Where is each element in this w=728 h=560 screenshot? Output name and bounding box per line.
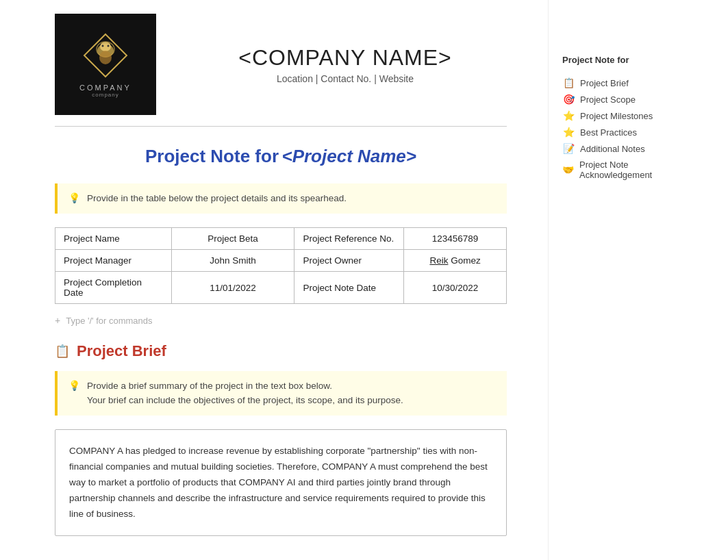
sidebar-item-label: Best Practices bbox=[580, 127, 637, 138]
section-header-brief: 📋 Project Brief bbox=[55, 342, 507, 360]
table-cell: Project Manager bbox=[55, 250, 172, 272]
svg-point-6 bbox=[108, 44, 110, 47]
header: COMPANY company <COMPANY NAME> Location … bbox=[55, 14, 507, 127]
sidebar-item-3[interactable]: ⭐Best Practices bbox=[562, 124, 692, 140]
sidebar-item-icon: 🤝 bbox=[562, 164, 574, 175]
sidebar-item-icon: ⭐ bbox=[562, 127, 575, 138]
brief-text: COMPANY A has pledged to increase revenu… bbox=[69, 446, 488, 519]
table-row: Project NameProject BetaProject Referenc… bbox=[55, 228, 507, 250]
table-cell: Project Note Date bbox=[294, 272, 404, 304]
sidebar: Project Note for 📋Project Brief🎯Project … bbox=[548, 0, 705, 560]
sidebar-item-label: Project Scope bbox=[580, 94, 636, 105]
page-title-section: Project Note for <Project Name> bbox=[55, 146, 507, 167]
company-name: <COMPANY NAME> bbox=[184, 45, 507, 71]
brief-content-box[interactable]: COMPANY A has pledged to increase revenu… bbox=[55, 429, 507, 537]
company-info: <COMPANY NAME> Location | Contact No. | … bbox=[184, 45, 507, 84]
sidebar-items-container: 📋Project Brief🎯Project Scope⭐Project Mil… bbox=[562, 75, 692, 183]
table-cell: Project Name bbox=[55, 228, 172, 250]
page-title-prefix: Project Note for bbox=[145, 146, 279, 166]
project-table: Project NameProject BetaProject Referenc… bbox=[55, 227, 507, 304]
tip-box-brief: 💡 Provide a brief summary of the project… bbox=[55, 371, 507, 416]
sidebar-item-icon: 📝 bbox=[562, 143, 575, 154]
svg-point-2 bbox=[100, 42, 111, 51]
command-plus-icon: + bbox=[55, 315, 60, 326]
table-cell: Reik Gomez bbox=[404, 250, 507, 272]
logo-box: COMPANY company bbox=[55, 14, 156, 115]
table-row: Project ManagerJohn SmithProject OwnerRe… bbox=[55, 250, 507, 272]
sidebar-item-1[interactable]: 🎯Project Scope bbox=[562, 91, 692, 107]
table-cell: Project Reference No. bbox=[294, 228, 404, 250]
tip-line-1: Provide a brief summary of the project i… bbox=[87, 379, 403, 393]
table-cell: John Smith bbox=[171, 250, 294, 272]
sidebar-item-2[interactable]: ⭐Project Milestones bbox=[562, 107, 692, 124]
sidebar-item-label: Additional Notes bbox=[580, 144, 645, 154]
logo-diamond bbox=[81, 31, 129, 79]
sidebar-item-icon: 🎯 bbox=[562, 94, 575, 105]
logo-text: COMPANY bbox=[79, 84, 131, 92]
tip-icon-1: 💡 bbox=[68, 192, 80, 203]
tip-content-1: Provide in the table below the project d… bbox=[87, 192, 347, 205]
table-cell: Project Owner bbox=[294, 250, 404, 272]
tip-box-1: 💡 Provide in the table below the project… bbox=[55, 183, 507, 214]
svg-point-5 bbox=[102, 44, 104, 47]
sidebar-item-label: Project Milestones bbox=[580, 111, 653, 121]
sidebar-item-icon: ⭐ bbox=[562, 110, 575, 121]
command-row[interactable]: + Type '/' for commands bbox=[55, 315, 507, 326]
sidebar-item-5[interactable]: 🤝Project Note Acknowledgement bbox=[562, 157, 692, 183]
sidebar-item-label: Project Note Acknowledgement bbox=[579, 160, 692, 180]
logo-subtext: company bbox=[92, 92, 118, 98]
table-cell: 11/01/2022 bbox=[171, 272, 294, 304]
table-cell: Project Completion Date bbox=[55, 272, 172, 304]
table-cell: Project Beta bbox=[171, 228, 294, 250]
svg-point-4 bbox=[99, 51, 112, 64]
section-title-brief: Project Brief bbox=[77, 342, 166, 360]
tip-line-2: Your brief can include the objectives of… bbox=[87, 394, 403, 407]
sidebar-item-icon: 📋 bbox=[562, 77, 575, 88]
sidebar-item-label: Project Brief bbox=[580, 78, 629, 88]
sidebar-item-4[interactable]: 📝Additional Notes bbox=[562, 140, 692, 157]
tip-icon-brief: 💡 bbox=[68, 380, 80, 391]
tip-content-brief: Provide a brief summary of the project i… bbox=[87, 379, 403, 407]
page-title-project-name: <Project Name> bbox=[281, 146, 416, 166]
table-cell: 123456789 bbox=[404, 228, 507, 250]
sidebar-title: Project Note for bbox=[562, 55, 692, 65]
main-content: COMPANY company <COMPANY NAME> Location … bbox=[0, 0, 548, 560]
sidebar-item-0[interactable]: 📋Project Brief bbox=[562, 75, 692, 91]
table-cell: 10/30/2022 bbox=[404, 272, 507, 304]
command-input-placeholder: Type '/' for commands bbox=[66, 316, 152, 326]
company-details: Location | Contact No. | Website bbox=[184, 73, 507, 84]
table-row: Project Completion Date11/01/2022Project… bbox=[55, 272, 507, 304]
brief-icon: 📋 bbox=[55, 344, 70, 359]
